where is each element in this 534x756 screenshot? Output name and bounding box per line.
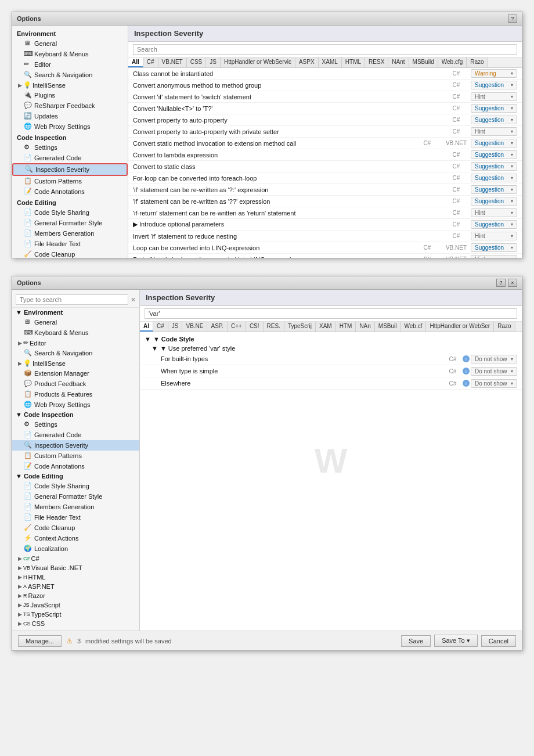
tab-all[interactable]: All: [128, 57, 143, 67]
severity-dropdown[interactable]: Suggestion ▾: [471, 185, 517, 194]
tab-html[interactable]: HTML: [342, 57, 365, 67]
w2-sidebar-javascript[interactable]: ▶ JS JavaScript: [12, 600, 139, 610]
w2-sidebar-csharp[interactable]: ▶ C# C#: [12, 554, 139, 563]
tab-razo[interactable]: Razo: [467, 57, 488, 67]
sidebar-item-general[interactable]: 🖥 General: [12, 38, 128, 49]
w2-sidebar-feedback[interactable]: 💬 Product Feedback: [12, 379, 139, 389]
tab-css[interactable]: CSS: [187, 57, 207, 67]
severity-dropdown[interactable]: Hint ▾: [471, 208, 517, 217]
w2-tab-csharp[interactable]: C#: [153, 322, 168, 332]
tab-xaml[interactable]: XAML: [319, 57, 342, 67]
severity-dropdown[interactable]: Suggestion ▾: [471, 139, 517, 147]
w2-sidebar-ci-generated[interactable]: 📄 Generated Code: [12, 430, 139, 440]
severity-dropdown[interactable]: Hint ▾: [471, 255, 517, 258]
w2-sidebar-ci-custom[interactable]: 📋 Custom Patterns: [12, 451, 139, 461]
w2-tab-vbnet[interactable]: VB.NE: [182, 322, 207, 332]
w2-tab-msbuild[interactable]: MSBuil: [375, 322, 401, 332]
tab-httphandler[interactable]: HttpHandler or WebServic: [221, 57, 295, 67]
w2-sidebar-html[interactable]: ▶ H HTML: [12, 573, 139, 582]
w2-sidebar-ce-fileheader[interactable]: 📄 File Header Text: [12, 512, 139, 523]
w2-sidebar-general[interactable]: 🖥 General: [12, 317, 139, 327]
severity-dropdown[interactable]: Suggestion ▾: [471, 174, 517, 182]
w2-sidebar-webproxy[interactable]: 🌐 Web Proxy Settings: [12, 399, 139, 410]
cs-severity-dropdown3[interactable]: Do not show ▾: [471, 379, 517, 388]
severity-dropdown[interactable]: Suggestion ▾: [471, 81, 517, 89]
tab-js[interactable]: JS: [206, 57, 221, 67]
sidebar-item-ce-cleanup[interactable]: 🧹 Code Cleanup: [12, 249, 128, 258]
w2-sidebar-keyboard[interactable]: ⌨ Keyboard & Menus: [12, 327, 139, 338]
save-to-button[interactable]: Save To ▾: [434, 635, 478, 647]
tab-csharp[interactable]: C#: [143, 57, 158, 67]
w2-sidebar-typescript[interactable]: ▶ TS TypeScript: [12, 610, 139, 619]
w2-sidebar-ce-formatter[interactable]: 📄 General Formatter Style: [12, 491, 139, 502]
sidebar-item-search[interactable]: 🔍 Search & Navigation: [12, 70, 128, 80]
w2-tab-cs[interactable]: CS!: [246, 322, 264, 332]
severity-dropdown[interactable]: Suggestion ▾: [471, 104, 517, 113]
w2-sidebar-search[interactable]: 🔍 Search & Navigation: [12, 348, 139, 358]
severity-dropdown[interactable]: Suggestion ▾: [471, 197, 517, 206]
manage-button[interactable]: Manage...: [18, 635, 62, 647]
sidebar-item-webproxy[interactable]: 🌐 Web Proxy Settings: [12, 121, 128, 132]
sidebar-item-ci-annotations[interactable]: 📝 Code Annotations: [12, 186, 128, 197]
severity-dropdown[interactable]: Warning ▾: [471, 69, 517, 78]
w2-tab-htm[interactable]: HTM: [336, 322, 356, 332]
tab-vbnet[interactable]: VB.NET: [158, 57, 187, 67]
tab-msbuild[interactable]: MSBuild: [409, 57, 438, 67]
w2-sidebar-aspnet[interactable]: ▶ A ASP.NET: [12, 582, 139, 591]
sidebar-item-ce-codestyle[interactable]: 📄 Code Style Sharing: [12, 207, 128, 218]
sidebar-item-ce-members[interactable]: 📄 Members Generation: [12, 228, 128, 239]
tab-resx[interactable]: RESX: [365, 57, 388, 67]
sidebar-item-ce-formatter[interactable]: 📄 General Formatter Style: [12, 218, 128, 228]
w2-sidebar-ce-cleanup[interactable]: 🧹 Code Cleanup: [12, 523, 139, 533]
w2-var-subgroup[interactable]: ▼ ▼ Use preferred 'var' style: [140, 344, 522, 353]
search-clear-icon[interactable]: ✕: [131, 296, 136, 304]
w2-tab-res[interactable]: RES.: [264, 322, 284, 332]
w2-tab-xam[interactable]: XAM: [316, 322, 336, 332]
severity-dropdown[interactable]: Hint ▾: [471, 92, 517, 101]
w2-sidebar-intellisense[interactable]: ▶ 💡 IntelliSense: [12, 358, 139, 368]
w2-sidebar-ce-members[interactable]: 📄 Members Generation: [12, 502, 139, 512]
severity-dropdown[interactable]: Suggestion ▾: [471, 150, 517, 159]
sidebar-item-intellisense[interactable]: ▶ 💡 IntelliSense: [12, 80, 128, 90]
window1-help-btn[interactable]: ?: [508, 15, 517, 23]
w2-tab-httphandler[interactable]: HttpHandler or WebSer: [426, 322, 494, 332]
w2-sidebar-ci-settings[interactable]: ⚙ Settings: [12, 419, 139, 430]
sidebar-item-updates[interactable]: 🔄 Updates: [12, 111, 128, 121]
w2-sidebar-products[interactable]: 📋 Products & Features: [12, 389, 139, 399]
window2-var-search-input[interactable]: [145, 308, 517, 319]
severity-dropdown[interactable]: Hint ▾: [471, 127, 517, 136]
cancel-button[interactable]: Cancel: [481, 635, 516, 647]
w2-tab-asp[interactable]: ASP.: [207, 322, 228, 332]
cs-severity-dropdown[interactable]: Do not show ▾: [471, 355, 517, 363]
w2-sidebar-ce-localization[interactable]: 🌍 Localization: [12, 543, 139, 554]
sidebar-item-ce-fileheader[interactable]: 📄 File Header Text: [12, 239, 128, 249]
w2-sidebar-editor[interactable]: ▶ ✏ Editor: [12, 338, 139, 348]
w2-sidebar-razor[interactable]: ▶ R Razor: [12, 591, 139, 600]
sidebar-item-ci-generated[interactable]: 📄 Generated Code: [12, 153, 128, 163]
severity-dropdown[interactable]: Suggestion ▾: [471, 220, 517, 229]
w2-tab-js[interactable]: JS: [168, 322, 183, 332]
sidebar-item-editor[interactable]: ✏ Editor: [12, 59, 128, 70]
w2-sidebar-extmanager[interactable]: 📦 Extension Manager: [12, 368, 139, 379]
w2-tab-nan[interactable]: NAn: [356, 322, 374, 332]
window2-search-input[interactable]: [16, 294, 128, 305]
sidebar-item-ci-severity[interactable]: 🔍 Inspection Severity: [12, 163, 128, 176]
window2-close-btn[interactable]: ×: [508, 279, 517, 287]
w2-tab-all[interactable]: Al: [140, 322, 153, 332]
w2-sidebar-css[interactable]: ▶ CS CSS: [12, 619, 139, 628]
save-button[interactable]: Save: [401, 635, 431, 647]
cs-severity-dropdown2[interactable]: Do not show ▾: [471, 367, 517, 376]
window1-search-input[interactable]: [133, 44, 517, 55]
w2-sidebar-ce-context[interactable]: ⚡ Context Actions: [12, 533, 139, 543]
w2-tab-typescript[interactable]: TypeScrij: [284, 322, 316, 332]
tab-webcfg[interactable]: Web.cfg: [438, 57, 467, 67]
sidebar-item-ci-settings[interactable]: ⚙ Settings: [12, 142, 128, 153]
sidebar-item-ci-custom[interactable]: 📋 Custom Patterns: [12, 176, 128, 186]
sidebar-item-keyboard[interactable]: ⌨ Keyboard & Menus: [12, 49, 128, 59]
severity-dropdown[interactable]: Suggestion ▾: [471, 243, 517, 252]
w2-tab-razo[interactable]: Razo: [494, 322, 515, 332]
tab-nant[interactable]: NAnt: [388, 57, 409, 67]
w2-sidebar-ce-codestyle[interactable]: 📄 Code Style Sharing: [12, 481, 139, 491]
w2-sidebar-ci-annotations[interactable]: 📝 Code Annotations: [12, 461, 139, 471]
w2-tab-cpp[interactable]: C++: [228, 322, 246, 332]
